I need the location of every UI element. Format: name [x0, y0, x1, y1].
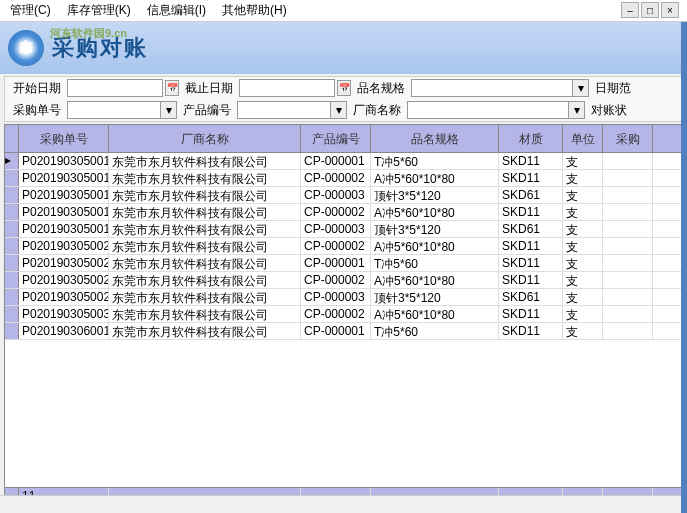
- cell-code: CP-000002: [301, 306, 371, 322]
- row-marker: [5, 221, 19, 237]
- vendor-combo[interactable]: [407, 101, 569, 119]
- vendor-dropdown-icon[interactable]: ▾: [569, 101, 585, 119]
- menu-inventory[interactable]: 库存管理(K): [59, 0, 139, 21]
- cell-code: CP-000001: [301, 323, 371, 339]
- col-purchase[interactable]: 采购: [603, 125, 653, 152]
- row-marker: [5, 255, 19, 271]
- daterange-label: 日期范: [591, 80, 635, 97]
- cell-purchase: [603, 153, 653, 169]
- cell-code: CP-000002: [301, 170, 371, 186]
- order-dropdown-icon[interactable]: ▾: [161, 101, 177, 119]
- cell-material: SKD11: [499, 306, 563, 322]
- status-bar: [0, 495, 687, 513]
- cell-purchase: [603, 187, 653, 203]
- cell-material: SKD11: [499, 255, 563, 271]
- col-order-no[interactable]: 采购单号: [19, 125, 109, 152]
- row-marker: [5, 272, 19, 288]
- col-prod-code[interactable]: 产品编号: [301, 125, 371, 152]
- cell-vendor: 东莞市东月软件科技有限公司: [109, 255, 301, 271]
- cell-vendor: 东莞市东月软件科技有限公司: [109, 323, 301, 339]
- cell-vendor: 东莞市东月软件科技有限公司: [109, 289, 301, 305]
- row-marker: [5, 323, 19, 339]
- table-row[interactable]: P020190305001东莞市东月软件科技有限公司CP-000003顶针3*5…: [5, 221, 682, 238]
- cell-purchase: [603, 221, 653, 237]
- cell-order: P020190305001: [19, 153, 109, 169]
- spec-combo[interactable]: [411, 79, 573, 97]
- cell-vendor: 东莞市东月软件科技有限公司: [109, 153, 301, 169]
- title-bar: 东 河东软件园9.cn 采购对账: [0, 22, 687, 74]
- maximize-button[interactable]: □: [641, 2, 659, 18]
- cell-unit: 支: [563, 323, 603, 339]
- cell-purchase: [603, 323, 653, 339]
- menu-edit[interactable]: 信息编辑(I): [139, 0, 214, 21]
- table-row[interactable]: P020190305002东莞市东月软件科技有限公司CP-000002A冲5*6…: [5, 238, 682, 255]
- cell-order: P020190305001: [19, 204, 109, 220]
- cell-code: CP-000002: [301, 238, 371, 254]
- cell-unit: 支: [563, 272, 603, 288]
- cell-purchase: [603, 272, 653, 288]
- table-row[interactable]: ▸P020190305001东莞市东月软件科技有限公司CP-000001T冲5*…: [5, 153, 682, 170]
- data-grid: 采购单号 厂商名称 产品编号 品名规格 材质 单位 采购 ▸P020190305…: [4, 124, 683, 513]
- col-material[interactable]: 材质: [499, 125, 563, 152]
- cell-spec: T冲5*60: [371, 323, 499, 339]
- cell-vendor: 东莞市东月软件科技有限公司: [109, 272, 301, 288]
- end-date-input[interactable]: [239, 79, 335, 97]
- col-unit[interactable]: 单位: [563, 125, 603, 152]
- grid-body: ▸P020190305001东莞市东月软件科技有限公司CP-000001T冲5*…: [5, 153, 682, 340]
- table-row[interactable]: P020190305002东莞市东月软件科技有限公司CP-000002A冲5*6…: [5, 272, 682, 289]
- cell-vendor: 东莞市东月软件科技有限公司: [109, 221, 301, 237]
- row-marker: [5, 306, 19, 322]
- watermark-text: 河东软件园9.cn: [50, 26, 127, 41]
- cell-material: SKD11: [499, 153, 563, 169]
- start-date-label: 开始日期: [9, 80, 65, 97]
- cell-code: CP-000003: [301, 289, 371, 305]
- minimize-button[interactable]: –: [621, 2, 639, 18]
- cell-order: P020190305001: [19, 187, 109, 203]
- cell-material: SKD61: [499, 289, 563, 305]
- right-edge-strip: [681, 22, 687, 513]
- row-marker: [5, 187, 19, 203]
- spec-dropdown-icon[interactable]: ▾: [573, 79, 589, 97]
- table-row[interactable]: P020190305001东莞市东月软件科技有限公司CP-000002A冲5*6…: [5, 170, 682, 187]
- cell-spec: A冲5*60*10*80: [371, 170, 499, 186]
- table-row[interactable]: P020190305001东莞市东月软件科技有限公司CP-000002A冲5*6…: [5, 204, 682, 221]
- cell-vendor: 东莞市东月软件科技有限公司: [109, 306, 301, 322]
- order-combo[interactable]: [67, 101, 161, 119]
- cell-code: CP-000001: [301, 255, 371, 271]
- cell-code: CP-000002: [301, 204, 371, 220]
- cell-order: P020190305003: [19, 306, 109, 322]
- cell-order: P020190305002: [19, 238, 109, 254]
- grid-header: 采购单号 厂商名称 产品编号 品名规格 材质 单位 采购: [5, 125, 682, 153]
- cell-unit: 支: [563, 255, 603, 271]
- col-spec[interactable]: 品名规格: [371, 125, 499, 152]
- cell-spec: T冲5*60: [371, 255, 499, 271]
- cell-unit: 支: [563, 187, 603, 203]
- end-date-label: 截止日期: [181, 80, 237, 97]
- cell-material: SKD11: [499, 323, 563, 339]
- table-row[interactable]: P020190305001东莞市东月软件科技有限公司CP-000003顶针3*5…: [5, 187, 682, 204]
- cell-order: P020190305002: [19, 289, 109, 305]
- menu-help[interactable]: 其他帮助(H): [214, 0, 295, 21]
- table-row[interactable]: P020190306001东莞市东月软件科技有限公司CP-000001T冲5*6…: [5, 323, 682, 340]
- cell-vendor: 东莞市东月软件科技有限公司: [109, 238, 301, 254]
- menu-bar: 管理(C) 库存管理(K) 信息编辑(I) 其他帮助(H) – □ ×: [0, 0, 687, 22]
- close-button[interactable]: ×: [661, 2, 679, 18]
- spec-label: 品名规格: [353, 80, 409, 97]
- cell-material: SKD11: [499, 272, 563, 288]
- cell-code: CP-000002: [301, 272, 371, 288]
- table-row[interactable]: P020190305003东莞市东月软件科技有限公司CP-000002A冲5*6…: [5, 306, 682, 323]
- menu-manage[interactable]: 管理(C): [2, 0, 59, 21]
- cell-unit: 支: [563, 170, 603, 186]
- order-label: 采购单号: [9, 102, 65, 119]
- start-date-input[interactable]: [67, 79, 163, 97]
- cell-order: P020190305001: [19, 221, 109, 237]
- col-vendor[interactable]: 厂商名称: [109, 125, 301, 152]
- end-date-picker-icon[interactable]: 📅: [337, 80, 351, 96]
- start-date-picker-icon[interactable]: 📅: [165, 80, 179, 96]
- cell-order: P020190305002: [19, 255, 109, 271]
- table-row[interactable]: P020190305002东莞市东月软件科技有限公司CP-000001T冲5*6…: [5, 255, 682, 272]
- prodcode-dropdown-icon[interactable]: ▾: [331, 101, 347, 119]
- table-row[interactable]: P020190305002东莞市东月软件科技有限公司CP-000003顶针3*5…: [5, 289, 682, 306]
- row-marker: [5, 289, 19, 305]
- prodcode-combo[interactable]: [237, 101, 331, 119]
